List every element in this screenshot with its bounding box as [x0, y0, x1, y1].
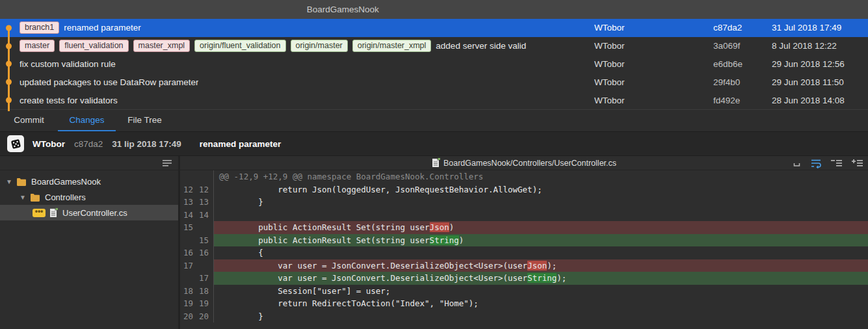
sort-menu-icon[interactable]	[162, 159, 172, 167]
changed-word: Json	[527, 261, 547, 270]
word-wrap-icon[interactable]	[811, 159, 821, 168]
diff-line-numbers: 1313	[180, 196, 214, 209]
changed-word: String	[430, 235, 459, 245]
file-icon	[49, 208, 58, 218]
diff-code-line: public ActionResult Set(string userStrin…	[214, 234, 868, 247]
commit-row-main: updated packages to use DataRow paramete…	[20, 77, 594, 87]
new-line-number: 15	[196, 234, 209, 247]
commit-list[interactable]: branch1renamed parameterWToborc87da231 J…	[0, 19, 868, 109]
old-line-number: 20	[180, 310, 193, 323]
tree-item-label: BoardGamesNook	[31, 177, 101, 187]
diff-line: 2020 }	[180, 310, 868, 323]
old-line-number: 19	[180, 297, 193, 310]
old-line-number	[180, 272, 193, 285]
diff-line: 17 var user = JsonConvert.DeserializeObj…	[180, 272, 868, 285]
title-bar: BoardGamesNook	[0, 0, 868, 19]
commit-row[interactable]: masterfluent_validationmaster_xmplorigin…	[0, 37, 868, 55]
commit-author: WTobor	[594, 23, 713, 33]
new-line-number: 14	[196, 209, 209, 222]
commit-detail-bar: WTobor c87da2 31 lip 2018 17:49 renamed …	[0, 131, 868, 155]
expand-arrow-icon[interactable]: ▼	[19, 194, 27, 201]
commit-hash: c87da2	[713, 23, 772, 33]
branch-label[interactable]: origin/master_xmpl	[352, 40, 432, 52]
diff-code-line	[214, 209, 868, 222]
diff-code-line: Session["user"] = user;	[214, 285, 868, 298]
old-line-number: 12	[180, 183, 193, 196]
detail-date: 31 lip 2018 17:49	[112, 139, 181, 149]
tree-item-controllers[interactable]: ▼Controllers	[0, 189, 178, 205]
diff-line-numbers	[180, 170, 214, 183]
branch-label[interactable]: origin/master	[291, 40, 348, 52]
new-line-number: 19	[196, 297, 209, 310]
new-line-number: 16	[196, 246, 209, 259]
old-line-number	[180, 234, 193, 247]
diff-line: 1616 {	[180, 246, 868, 259]
diff-code-line: {	[214, 246, 868, 259]
branch-label[interactable]: fluent_validation	[59, 40, 128, 52]
branch-label[interactable]: origin/fluent_validation	[194, 40, 285, 52]
commit-author: WTobor	[594, 96, 713, 105]
diff-line-numbers: 17	[180, 259, 214, 272]
commit-row[interactable]: create tests for validatorsWToborfd492e2…	[0, 91, 868, 109]
content-area: ▼BoardGamesNook▼Controllers•••UserContro…	[0, 155, 868, 329]
commit-author: WTobor	[594, 41, 713, 51]
commit-graph-cell	[0, 91, 20, 109]
code-text: @@ -12,9 +12,9 @@ namespace BoardGamesNo…	[219, 172, 483, 181]
diff-line: @@ -12,9 +12,9 @@ namespace BoardGamesNo…	[180, 170, 868, 183]
branch-label[interactable]: branch1	[20, 21, 59, 34]
commit-hash: 29f4b0	[713, 77, 772, 87]
code-text: Session["user"] = user;	[219, 286, 390, 296]
commit-graph-cell	[0, 73, 20, 91]
whitespace-icon[interactable]	[793, 159, 801, 168]
code-text: }	[219, 197, 263, 207]
new-line-number: 13	[196, 196, 209, 209]
new-line-number: 18	[196, 285, 209, 298]
commit-graph-dot	[6, 25, 12, 31]
file-tree-header	[0, 156, 178, 170]
diff-code-line: return Json(loggedUser, JsonRequestBehav…	[214, 183, 868, 196]
commit-hash: 3a069f	[713, 41, 772, 51]
commit-row[interactable]: fix custom validation ruleWTobore6db6e29…	[0, 55, 868, 73]
commit-row[interactable]: updated packages to use DataRow paramete…	[0, 73, 868, 91]
new-line-number: 12	[196, 183, 209, 196]
diff-line-numbers: 1818	[180, 285, 214, 298]
old-line-number: 14	[180, 209, 193, 222]
commit-graph-dot	[6, 43, 12, 49]
old-line-number: 13	[180, 196, 193, 209]
commit-row[interactable]: branch1renamed parameterWToborc87da231 J…	[0, 19, 868, 37]
tab-bar: CommitChangesFile Tree	[0, 109, 868, 131]
branch-label[interactable]: master_xmpl	[133, 40, 191, 52]
diff-line-numbers: 1919	[180, 297, 214, 310]
expand-arrow-icon[interactable]: ▼	[5, 178, 13, 185]
diff-panel: BoardGamesNook/Controllers/UserControlle…	[180, 156, 868, 329]
tab-commit[interactable]: Commit	[0, 110, 58, 131]
diff-code-line: }	[214, 310, 868, 323]
commit-graph-cell	[0, 37, 20, 55]
tab-changes[interactable]: Changes	[58, 110, 116, 131]
new-line-number: 17	[196, 272, 209, 285]
diff-file-path: BoardGamesNook/Controllers/UserControlle…	[443, 159, 616, 168]
branch-label[interactable]: master	[20, 40, 55, 52]
code-text: public ActionResult Set(string user	[219, 235, 430, 245]
folder-icon	[16, 178, 27, 186]
folder-icon	[30, 193, 40, 202]
old-line-number	[180, 170, 193, 183]
unified-view-icon[interactable]	[831, 159, 842, 167]
split-view-icon[interactable]	[852, 159, 863, 167]
tree-item-usercontroller-cs[interactable]: •••UserController.cs	[0, 205, 178, 220]
git-client-window: BoardGamesNook branch1renamed parameterW…	[0, 0, 868, 329]
commit-row-main: fix custom validation rule	[20, 59, 594, 69]
tab-file-tree[interactable]: File Tree	[116, 110, 174, 131]
tree-item-boardgamesnook[interactable]: ▼BoardGamesNook	[0, 174, 178, 189]
commit-row-main: branch1renamed parameter	[20, 21, 594, 34]
code-text: );	[557, 273, 566, 283]
diff-file-header: BoardGamesNook/Controllers/UserControlle…	[180, 156, 868, 170]
old-line-number: 15	[180, 221, 193, 234]
commit-message: updated packages to use DataRow paramete…	[20, 77, 198, 87]
diff-line: 1919 return RedirectToAction("Index", "H…	[180, 297, 868, 310]
commit-date: 28 Jun 2018 14:08	[772, 96, 868, 105]
diff-toolbar	[793, 156, 863, 170]
commit-message: added server side valid	[436, 41, 526, 51]
commit-date: 31 Jul 2018 17:49	[772, 23, 868, 33]
window-title: BoardGamesNook	[0, 0, 686, 19]
